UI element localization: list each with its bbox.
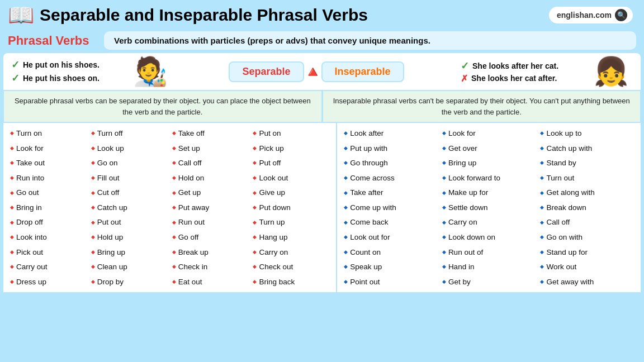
verb-text: Check in — [178, 261, 208, 273]
sep-description: Separable phrasal verbs can be separated… — [3, 90, 323, 122]
diamond-icon: ◆ — [10, 189, 14, 197]
verb-text: Get away with — [546, 277, 594, 288]
diamond-icon: ◆ — [172, 189, 176, 197]
list-item: ◆Put out — [89, 215, 170, 230]
definition-row: Phrasal Verbs Verb combinations with par… — [0, 29, 644, 53]
diamond-icon: ◆ — [10, 249, 14, 256]
diamond-icon: ◆ — [91, 159, 95, 166]
verb-text: Bring up — [448, 158, 476, 169]
verb-text: Bring back — [259, 277, 295, 288]
diamond-icon: ◆ — [10, 234, 14, 241]
verb-text: Count on — [350, 247, 381, 258]
verb-text: Settle down — [448, 202, 488, 213]
list-item: ◆Look down on — [440, 230, 538, 245]
list-item: ◆Catch up with — [538, 141, 636, 156]
verb-text: Cut off — [97, 187, 120, 198]
list-item: ◆Bring up — [440, 156, 538, 170]
verb-text: Hold up — [97, 232, 124, 243]
list-item: ◆Work out — [538, 260, 636, 274]
verb-text: Go out — [16, 187, 39, 198]
verb-text: Stand by — [546, 158, 576, 169]
verb-text: Take off — [178, 128, 205, 139]
list-item: ◆Drop by — [89, 275, 170, 289]
book-icon: 📖 — [8, 4, 34, 26]
diamond-icon: ◆ — [91, 249, 95, 256]
diamond-icon: ◆ — [172, 145, 176, 152]
list-item: ◆Bring up — [89, 245, 170, 260]
diamond-insep-icon: ◆ — [442, 234, 446, 241]
header-right: englishan.com 🔍 — [549, 7, 633, 23]
diamond-icon: ◆ — [10, 263, 14, 270]
table-area: ◆Turn on◆Turn off◆Take off◆Put on◆Look f… — [3, 122, 641, 292]
list-item: ◆Carry on — [250, 245, 332, 260]
diamond-insep-icon: ◆ — [344, 263, 348, 270]
search-button[interactable]: 🔍 — [615, 9, 627, 21]
verb-text: Pick out — [16, 247, 43, 258]
verb-text: Call off — [178, 158, 202, 169]
diamond-icon: ◆ — [10, 174, 14, 182]
verb-text: Work out — [546, 261, 576, 273]
verb-text: Put away — [178, 202, 210, 213]
list-item: ◆Look out for — [342, 230, 440, 245]
verb-text: Dress up — [16, 277, 46, 288]
verb-text: Hang up — [259, 232, 287, 243]
verb-text: Carry on — [448, 217, 477, 228]
list-item: ◆Drop off — [8, 215, 89, 230]
check-icon-2: ✓ — [11, 72, 20, 84]
insep-example-1-text: She looks after her cat. — [472, 61, 558, 70]
list-item: ◆Pick out — [8, 245, 89, 260]
diamond-insep-icon: ◆ — [540, 234, 544, 241]
verb-text: Make up for — [448, 187, 488, 198]
list-item: ◆Eat out — [170, 275, 251, 289]
list-item: ◆Hang up — [250, 230, 332, 245]
diamond-insep-icon: ◆ — [442, 130, 446, 137]
insep-example-1: ✓ She looks after her cat. — [461, 60, 584, 72]
diamond-icon: ◆ — [253, 204, 257, 211]
diamond-icon: ◆ — [253, 234, 257, 241]
verb-text: Drop by — [97, 277, 124, 288]
diamond-icon: ◆ — [253, 263, 257, 270]
list-item: ◆Hold up — [89, 230, 170, 245]
check-icon-1: ✓ — [11, 59, 20, 71]
list-item: ◆Get away with — [538, 275, 636, 289]
list-item: ◆Break down — [538, 201, 636, 215]
list-item: ◆Catch up — [89, 201, 170, 215]
list-item: ◆Bring in — [8, 201, 89, 215]
list-item: ◆Check out — [250, 260, 332, 274]
diamond-icon: ◆ — [91, 263, 95, 270]
diamond-icon: ◆ — [172, 249, 176, 256]
diamond-icon: ◆ — [91, 204, 95, 211]
verb-text: Look into — [16, 232, 47, 243]
diamond-insep-icon: ◆ — [442, 174, 446, 182]
verb-text: Carry on — [259, 247, 288, 258]
list-item: ◆Put up with — [342, 141, 440, 156]
verb-text: Stand up for — [546, 247, 588, 258]
diamond-insep-icon: ◆ — [344, 219, 348, 226]
diamond-icon: ◆ — [253, 249, 257, 256]
list-item: ◆Dress up — [8, 275, 89, 289]
diamond-insep-icon: ◆ — [540, 130, 544, 137]
list-item: ◆Look for — [8, 141, 89, 156]
diamond-icon: ◆ — [91, 219, 95, 226]
list-item: ◆Turn on — [8, 126, 89, 141]
separable-examples: ✓ He put on his shoes. ✓ He put his shoe… — [11, 59, 123, 84]
diamond-insep-icon: ◆ — [442, 145, 446, 152]
verb-text: Set up — [178, 143, 200, 154]
list-item: ◆Turn off — [89, 126, 170, 141]
diamond-insep-icon: ◆ — [540, 159, 544, 166]
list-item: ◆Call off — [538, 215, 636, 230]
list-item: ◆Take after — [342, 185, 440, 200]
list-item: ◆Take off — [170, 126, 251, 141]
diamond-icon: ◆ — [91, 145, 95, 152]
verb-text: Look up to — [546, 128, 581, 139]
insep-verb-grid: ◆Look after◆Look for◆Look up to◆Put up w… — [342, 126, 636, 289]
diamond-icon: ◆ — [91, 189, 95, 197]
diamond-icon: ◆ — [91, 130, 95, 137]
verb-text: Get over — [448, 143, 477, 154]
list-item: ◆Bring back — [250, 275, 332, 289]
verb-text: Catch up — [97, 202, 127, 213]
list-item: ◆Set up — [170, 141, 251, 156]
verb-text: Look out — [259, 173, 288, 184]
list-item: ◆Count on — [342, 245, 440, 260]
diamond-insep-icon: ◆ — [344, 159, 348, 166]
